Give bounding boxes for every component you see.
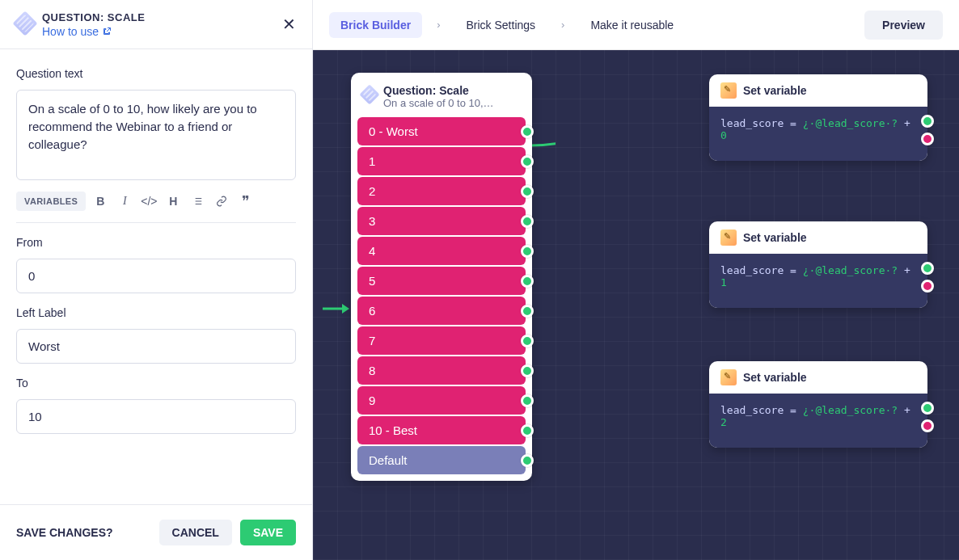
scale-option-row[interactable]: 2 [357, 177, 526, 205]
scale-option-row[interactable]: 7 [357, 326, 526, 355]
node-subtitle: On a scale of 0 to 10,… [383, 97, 494, 109]
to-label: To [16, 377, 296, 389]
panel-footer: SAVE CHANGES? CANCEL SAVE [0, 504, 312, 560]
output-port[interactable] [521, 155, 534, 168]
output-port[interactable] [521, 335, 534, 347]
error-port[interactable] [921, 419, 934, 432]
panel-title: QUESTION: SCALE [42, 11, 145, 23]
error-port[interactable] [921, 133, 934, 145]
expression-body: lead_score = ¿·@lead_score·? + 1 [709, 254, 927, 308]
output-port[interactable] [921, 402, 934, 415]
node-title: Set variable [743, 84, 807, 97]
cancel-button[interactable]: CANCEL [159, 520, 232, 545]
panel-header: QUESTION: SCALE How to use ✕ [0, 0, 312, 49]
left-label-label: Left Label [16, 306, 296, 319]
page-header: Brick Builder › Brick Settings › Make it… [313, 0, 959, 50]
code-icon[interactable]: </> [139, 192, 158, 211]
how-to-use-link[interactable]: How to use [42, 25, 112, 38]
output-port[interactable] [521, 215, 534, 228]
quote-icon[interactable]: ❞ [236, 192, 256, 211]
flow-canvas[interactable]: Question: Scale On a scale of 0 to 10,… … [313, 50, 959, 560]
link-icon[interactable] [212, 192, 231, 211]
scale-option-row[interactable]: 1 [357, 147, 526, 175]
output-port[interactable] [521, 125, 534, 138]
node-set-variable[interactable]: Set variablelead_score = ¿·@lead_score·?… [709, 221, 927, 308]
output-port[interactable] [921, 115, 934, 128]
settings-panel: QUESTION: SCALE How to use ✕ Question te… [0, 0, 313, 560]
crumb-make-reusable[interactable]: Make it reusable [579, 12, 685, 38]
scale-option-row[interactable]: 10 - Best [357, 416, 526, 444]
output-port[interactable] [521, 364, 534, 377]
scale-option-row[interactable]: 0 - Worst [357, 117, 526, 145]
node-title: Set variable [743, 371, 807, 384]
output-port[interactable] [921, 262, 934, 275]
heading-icon[interactable]: H [163, 192, 183, 211]
from-input[interactable] [16, 259, 296, 293]
variables-button[interactable]: VARIABLES [16, 192, 86, 211]
question-text-input[interactable] [16, 90, 296, 180]
output-port[interactable] [521, 185, 534, 198]
scale-option-row[interactable]: 6 [357, 297, 526, 325]
error-port[interactable] [921, 280, 934, 293]
breadcrumb-separator: › [561, 19, 564, 31]
crumb-brick-settings[interactable]: Brick Settings [454, 12, 547, 38]
scale-option-row[interactable]: Default [357, 446, 526, 474]
expression-body: lead_score = ¿·@lead_score·? + 2 [709, 394, 927, 448]
expression-body: lead_score = ¿·@lead_score·? + 0 [709, 107, 927, 161]
ruler-icon [12, 11, 37, 36]
output-port[interactable] [521, 305, 534, 318]
breadcrumb-separator: › [437, 19, 440, 31]
scale-option-row[interactable]: 3 [357, 207, 526, 235]
close-icon[interactable]: ✕ [282, 15, 296, 34]
crumb-brick-builder[interactable]: Brick Builder [329, 12, 422, 38]
input-arrow-icon [323, 302, 350, 315]
italic-icon[interactable]: I [115, 192, 134, 211]
output-port[interactable] [521, 454, 534, 467]
scale-option-row[interactable]: 9 [357, 386, 526, 415]
scale-option-row[interactable]: 5 [357, 267, 526, 295]
output-port[interactable] [521, 394, 534, 407]
pencil-note-icon [720, 229, 737, 246]
external-link-icon [102, 27, 112, 36]
node-set-variable[interactable]: Set variablelead_score = ¿·@lead_score·?… [709, 74, 927, 161]
question-text-label: Question text [16, 67, 296, 80]
from-label: From [16, 236, 296, 249]
left-label-input[interactable] [16, 329, 296, 364]
node-title: Question: Scale [383, 84, 494, 97]
output-port[interactable] [521, 275, 534, 288]
node-set-variable[interactable]: Set variablelead_score = ¿·@lead_score·?… [709, 361, 927, 448]
pencil-note-icon [720, 82, 737, 99]
save-changes-label: SAVE CHANGES? [16, 526, 151, 539]
bold-icon[interactable]: B [91, 192, 110, 211]
help-link-text: How to use [42, 25, 99, 38]
scale-option-row[interactable]: 8 [357, 356, 526, 385]
save-button[interactable]: SAVE [240, 520, 296, 545]
node-title: Set variable [743, 231, 807, 244]
ruler-icon [359, 84, 379, 104]
preview-button[interactable]: Preview [864, 11, 943, 40]
output-port[interactable] [521, 424, 534, 437]
output-port[interactable] [521, 245, 534, 258]
editor-toolbar: VARIABLES B I </> H ❞ [16, 192, 296, 223]
pencil-note-icon [720, 369, 737, 385]
scale-option-row[interactable]: 4 [357, 237, 526, 265]
to-input[interactable] [16, 399, 296, 434]
node-question-scale[interactable]: Question: Scale On a scale of 0 to 10,… … [351, 73, 532, 481]
list-icon[interactable] [188, 192, 207, 211]
